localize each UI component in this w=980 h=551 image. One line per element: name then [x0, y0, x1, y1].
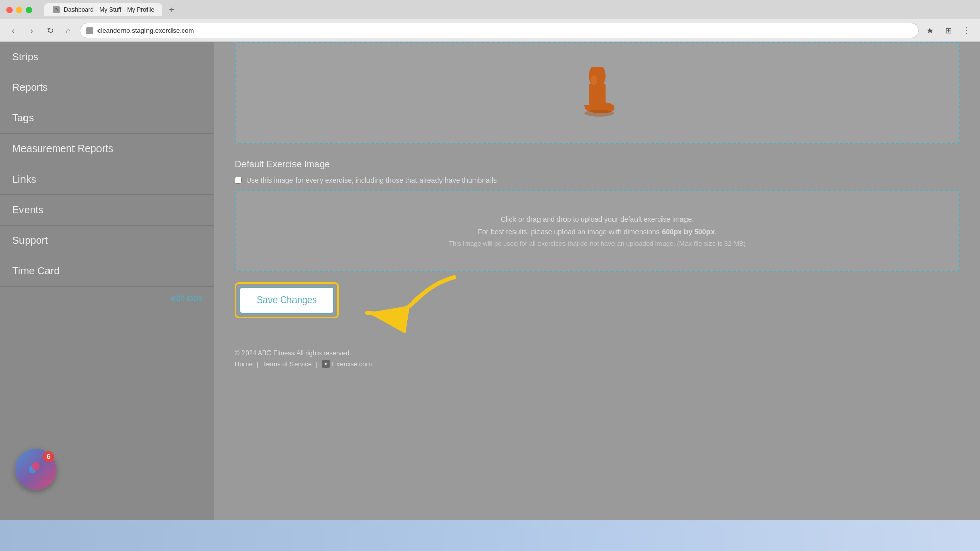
main-area: Default Exercise Image Use this image fo… [214, 42, 980, 551]
svg-point-2 [584, 110, 614, 116]
use-image-checkbox[interactable] [235, 177, 242, 184]
sidebar-item-time-card[interactable]: Time Card [0, 256, 214, 287]
footer-sep-2: | [316, 360, 317, 368]
tab-favicon: ⊙ [53, 6, 60, 13]
address-bar[interactable]: cleandemo.staging.exercise.com [80, 23, 919, 38]
forward-button[interactable]: › [24, 23, 39, 38]
browser-toolbar: ‹ › ↻ ⌂ cleandemo.staging.exercise.com ★… [0, 19, 980, 42]
tab-title: Dashboard - My Stuff - My Profile [64, 6, 154, 13]
close-button[interactable] [6, 7, 13, 13]
upload-prefix: For best results, please upload an image… [478, 228, 662, 236]
bottom-bar [0, 520, 980, 551]
maximize-button[interactable] [26, 7, 32, 13]
footer-links: Home | Terms of Service | ✦ Exercise.com [235, 360, 960, 368]
footer-tos-link[interactable]: Terms of Service [262, 360, 312, 368]
svg-rect-1 [589, 84, 605, 105]
minimize-button[interactable] [16, 7, 22, 13]
section-title: Default Exercise Image [235, 159, 960, 170]
exercise-image-drop-area[interactable] [235, 42, 960, 144]
sidebar-item-tags[interactable]: Tags [0, 103, 214, 134]
reload-button[interactable]: ↻ [43, 23, 57, 38]
toolbar-icons: ★ ⊞ ⋮ [923, 23, 974, 38]
default-exercise-image-section: Default Exercise Image Use this image fo… [235, 159, 960, 272]
browser-titlebar: ⊙ Dashboard - My Stuff - My Profile + [0, 0, 980, 19]
notification-bubble[interactable]: 6 [15, 449, 56, 490]
upload-line1: Click or drag and drop to upload your de… [501, 215, 694, 223]
back-button[interactable]: ‹ [6, 23, 20, 38]
sidebar-item-strips[interactable]: Strips [0, 42, 214, 72]
tab-bar: ⊙ Dashboard - My Stuff - My Profile + [44, 3, 974, 17]
extensions-icon[interactable]: ⊞ [941, 23, 955, 38]
page-content: Strips Reports Tags Measurement Reports … [0, 42, 980, 551]
footer-exercise-link[interactable]: Exercise.com [332, 360, 372, 368]
upload-dimensions-bold: 600px by 500px [662, 228, 715, 236]
save-changes-button[interactable]: Save Changes [239, 287, 334, 314]
svg-point-3 [591, 75, 597, 85]
upload-suffix: . [715, 228, 717, 236]
footer-exercise-logo: ✦ Exercise.com [322, 360, 372, 368]
address-favicon [86, 27, 93, 34]
sidebar-item-events[interactable]: Events [0, 195, 214, 226]
url-text: cleandemo.staging.exercise.com [97, 27, 194, 34]
notification-badge: 6 [43, 451, 54, 462]
checkbox-label: Use this image for every exercise, inclu… [246, 176, 497, 184]
sidebar-item-links[interactable]: Links [0, 164, 214, 195]
edit-tabs-link[interactable]: edit tabs [0, 287, 214, 310]
notification-icon [26, 459, 46, 480]
home-button[interactable]: ⌂ [61, 23, 76, 38]
footer-home-link[interactable]: Home [235, 360, 253, 368]
footer-copyright: © 2024 ABC Fitness All rights reserved. [235, 349, 960, 357]
svg-point-7 [32, 462, 40, 470]
save-highlight: Save Changes [235, 282, 339, 318]
default-image-drop-area[interactable]: Click or drag and drop to upload your de… [235, 190, 960, 272]
upload-note: This image will be used for all exercise… [449, 240, 746, 247]
use-image-checkbox-row: Use this image for every exercise, inclu… [235, 176, 960, 184]
page-footer: © 2024 ABC Fitness All rights reserved. … [235, 349, 960, 368]
sidebar-item-reports[interactable]: Reports [0, 72, 214, 103]
footer-sep-1: | [257, 360, 258, 368]
exercise-logo-icon: ✦ [322, 360, 330, 368]
browser-chrome: ⊙ Dashboard - My Stuff - My Profile + ‹ … [0, 0, 980, 42]
upload-instruction: Click or drag and drop to upload your de… [501, 215, 694, 223]
menu-icon[interactable]: ⋮ [960, 23, 974, 38]
upload-dimensions: For best results, please upload an image… [478, 228, 717, 236]
sidebar-item-support[interactable]: Support [0, 226, 214, 256]
new-tab-button[interactable]: + [164, 3, 179, 17]
active-tab[interactable]: ⊙ Dashboard - My Stuff - My Profile [44, 3, 162, 16]
traffic-lights [6, 7, 32, 13]
sidebar-item-measurement-reports[interactable]: Measurement Reports [0, 134, 214, 164]
bookmark-icon[interactable]: ★ [923, 23, 937, 38]
exercise-boot-image [572, 67, 623, 118]
save-area: Save Changes [235, 282, 339, 318]
